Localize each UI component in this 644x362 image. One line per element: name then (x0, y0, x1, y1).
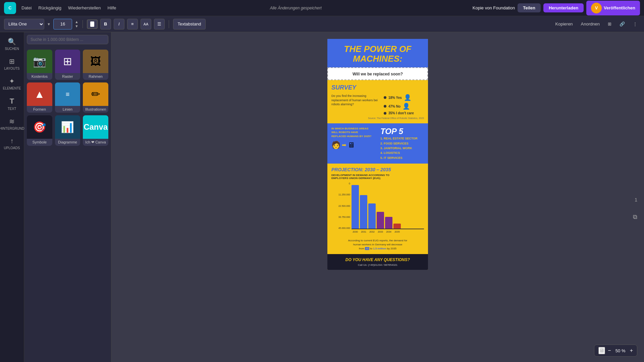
survey-stat-1: 18% Yes 👤 (384, 94, 424, 101)
panel-item-rahmen[interactable]: 🖼 Rahmen (83, 50, 108, 80)
sidebar-item-text[interactable]: T TEXT (2, 94, 22, 113)
color-fill-button[interactable] (87, 19, 98, 29)
font-size-aa-button[interactable]: AA (141, 19, 152, 29)
zoom-in-button[interactable]: + (630, 348, 633, 354)
sidebar-layouts-label: LAYOUTS (4, 67, 20, 70)
project-name[interactable]: Kopie von Foundation (473, 5, 515, 10)
panel-item-illustrationen[interactable]: ✏ Illustrationen (83, 82, 108, 113)
projection-subtitle: DEVELOPMENT IN DEMAND ACCORDING TOEMPLOY… (331, 174, 424, 180)
sidebar-item-uploads[interactable]: ↑ UPLOADS (2, 134, 22, 153)
zoom-bar: 🖥 − 50 % + (594, 345, 637, 357)
dropdown-icon: ▼ (47, 22, 51, 26)
top5-q-line2: WILL ROBOTS HAVE (331, 131, 358, 134)
panel-grid: 📷 Kostenlos ⊞ Raster 🖼 Rahmen ▲ (24, 47, 111, 148)
italic-icon: I (118, 21, 120, 26)
illustrationen-preview: ✏ (83, 82, 108, 106)
subtitle-bar: Will we be replaced soon? (327, 67, 428, 80)
chart-container: 45.000.000 33.750.000 22.500.000 11.250.… (331, 182, 424, 236)
canva-logo[interactable]: C (4, 2, 16, 14)
panel-item-symbole[interactable]: 🎯 Symbole (27, 115, 52, 146)
divider-2 (169, 20, 169, 28)
font-size-input[interactable] (53, 19, 72, 29)
projection-section: PROJECTION: 2030 – 2035 DEVELOPMENT IN D… (327, 164, 428, 254)
diagramme-preview: 📊 (55, 115, 80, 139)
kopieren-button[interactable]: Kopieren (553, 20, 576, 28)
textabstand-button[interactable]: Textabstand (173, 19, 205, 29)
y-label-2: 22.500.000 (331, 205, 350, 207)
panel-item-linien[interactable]: ≡ Linien (55, 82, 80, 113)
projection-title: PROJECTION: 2030 – 2035 (331, 167, 424, 172)
grid-view-icon[interactable]: ⊞ (605, 20, 614, 28)
menu-datei[interactable]: Datei (19, 4, 34, 12)
link-icon[interactable]: 🔗 (617, 20, 628, 28)
stat-value-2: 47% No (388, 105, 400, 108)
publish-label: Veröffentlichen (604, 5, 635, 10)
sidebar-uploads-label: UPLOADS (4, 146, 20, 150)
font-family-select[interactable]: Lilita One (4, 19, 44, 29)
menu-hilfe[interactable]: Hilfe (105, 4, 119, 12)
panel-item-diagramme[interactable]: 📊 Diagramme (55, 115, 80, 146)
elements-icon: ✦ (9, 77, 15, 85)
canvas-area[interactable]: THE POWER OFMACHINES: Will we be replace… (111, 32, 644, 362)
menu-rueckgaengig[interactable]: Rückgängig (36, 4, 64, 12)
list-button[interactable]: ☰ (154, 19, 165, 29)
y-label-0: 45.000.000 (331, 227, 350, 229)
color-swatch (90, 21, 94, 27)
computer-robot-icon: 🖥 (347, 141, 355, 149)
bold-button[interactable]: B (100, 19, 111, 29)
zoom-value: 50 % (614, 348, 627, 353)
rahmen-label: Rahmen (87, 73, 104, 80)
download-button[interactable]: Herunterladen (543, 3, 584, 12)
infographic-canvas[interactable]: THE POWER OFMACHINES: Will we be replace… (327, 39, 428, 270)
illustrationen-label: Illustrationen (84, 106, 107, 113)
y-label-1: 33.750.000 (331, 216, 350, 218)
y-label-4: 0 (331, 182, 350, 185)
share-button[interactable]: Teilen (518, 3, 541, 12)
more-options-icon[interactable]: ⋮ (630, 20, 640, 28)
projection-note: According to current EUG reports, the de… (331, 239, 424, 251)
stat-dot-1 (384, 96, 386, 99)
survey-stat-3: 35% I don't care (384, 111, 424, 115)
sidebar-background-label: HINTERGRUND (0, 127, 24, 130)
bar-2035 (393, 224, 401, 229)
survey-heading: SURVEY (331, 84, 424, 91)
align-button[interactable]: ≡ (127, 19, 138, 29)
panel-item-canva[interactable]: Canva Ich ❤ Canva (83, 115, 108, 146)
bar-2032 (368, 203, 376, 229)
sidebar-item-elements[interactable]: ✦ ELEMENTE (2, 74, 22, 93)
sidebar-item-search[interactable]: 🔍 SUCHEN (2, 35, 22, 53)
top5-right: TOP 5 1. REAL ESTATE SECTOR 2. FOOD SERV… (380, 127, 424, 160)
copy-page-icon[interactable]: ⧉ (633, 214, 637, 221)
search-icon: 🔍 (8, 38, 16, 46)
panel-item-raster[interactable]: ⊞ Raster (55, 50, 80, 80)
x-label-2034: 2034 (385, 231, 392, 233)
zoom-out-button[interactable]: − (608, 348, 611, 354)
anordnen-button[interactable]: Anordnen (578, 20, 602, 28)
layouts-icon: ⊞ (9, 57, 15, 65)
x-label-2032: 2032 (368, 231, 376, 233)
sidebar-item-background[interactable]: ≋ HINTERGRUND (2, 115, 22, 133)
top5-item-2: 2. FOOD SERVICES (380, 141, 424, 146)
rahmen-preview: 🖼 (83, 50, 108, 73)
y-label-3: 11.250.000 (331, 193, 350, 196)
bar-2033 (377, 212, 384, 229)
panel-search-input[interactable] (27, 35, 108, 44)
survey-question: Do you find the increasing replacement o… (331, 94, 381, 107)
infographic-main-title: THE POWER OFMACHINES: (334, 44, 421, 63)
panel-item-kostenlos[interactable]: 📷 Kostenlos (27, 50, 52, 80)
x-label-2035: 2035 (393, 231, 401, 233)
survey-stat-2: 47% No 👤 (384, 103, 424, 110)
chart-x-labels: 2030 2031 2032 2033 2034 2035 (352, 231, 424, 233)
sidebar-item-layouts[interactable]: ⊞ LAYOUTS (2, 55, 22, 73)
stat-dot-2 (384, 105, 386, 108)
publish-button[interactable]: V Veröffentlichen (586, 1, 640, 15)
top5-section: IN WHICH BUSINESS AREAS WILL ROBOTS HAVE… (327, 123, 428, 164)
italic-button[interactable]: I (114, 19, 124, 29)
panel-item-formen[interactable]: ▲ Formen (27, 82, 52, 113)
x-label-2031: 2031 (360, 231, 367, 233)
linien-label: Linien (61, 106, 74, 113)
arrow-right-icon: ➡ (342, 142, 346, 148)
menu-wiederherstellen[interactable]: Wiederherstellen (65, 4, 104, 12)
symbole-preview: 🎯 (27, 115, 52, 139)
zoom-monitor-button[interactable]: 🖥 (598, 347, 605, 354)
